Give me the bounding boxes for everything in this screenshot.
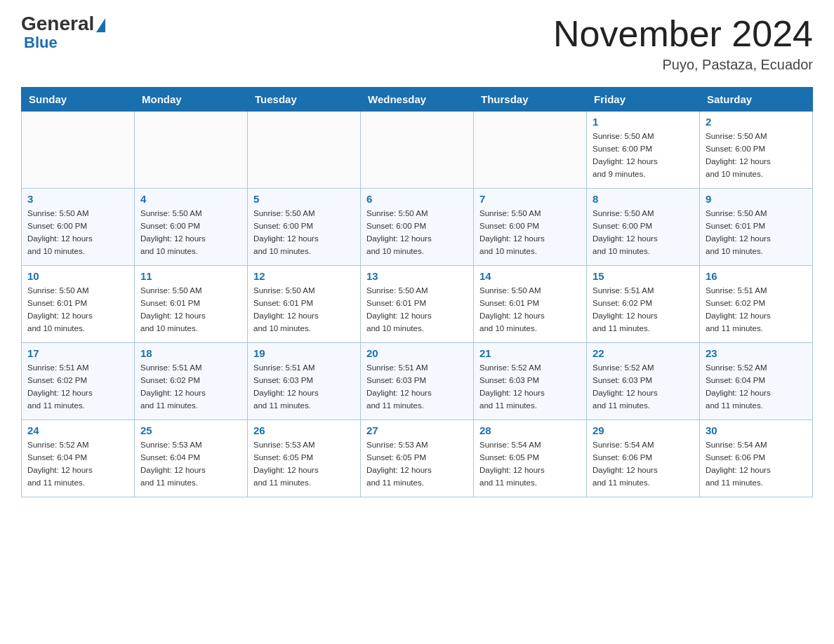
calendar-cell: 12Sunrise: 5:50 AM Sunset: 6:01 PM Dayli… xyxy=(248,266,361,343)
day-number: 6 xyxy=(366,193,468,205)
logo-general: General xyxy=(21,14,94,34)
calendar-week-row: 10Sunrise: 5:50 AM Sunset: 6:01 PM Dayli… xyxy=(22,266,813,343)
day-info: Sunrise: 5:51 AM Sunset: 6:02 PM Dayligh… xyxy=(706,285,807,335)
calendar-cell xyxy=(135,112,248,189)
calendar-cell: 8Sunrise: 5:50 AM Sunset: 6:00 PM Daylig… xyxy=(587,189,700,266)
day-info: Sunrise: 5:52 AM Sunset: 6:04 PM Dayligh… xyxy=(27,439,128,489)
month-title: November 2024 xyxy=(553,14,813,54)
col-header-sunday: Sunday xyxy=(22,88,135,112)
calendar-cell: 7Sunrise: 5:50 AM Sunset: 6:00 PM Daylig… xyxy=(474,189,587,266)
day-number: 21 xyxy=(479,347,581,359)
calendar-cell: 23Sunrise: 5:52 AM Sunset: 6:04 PM Dayli… xyxy=(700,343,813,420)
day-info: Sunrise: 5:50 AM Sunset: 6:00 PM Dayligh… xyxy=(593,130,694,180)
day-info: Sunrise: 5:52 AM Sunset: 6:03 PM Dayligh… xyxy=(479,362,581,412)
calendar-cell: 14Sunrise: 5:50 AM Sunset: 6:01 PM Dayli… xyxy=(474,266,587,343)
calendar-header-row: SundayMondayTuesdayWednesdayThursdayFrid… xyxy=(22,88,813,112)
day-info: Sunrise: 5:53 AM Sunset: 6:05 PM Dayligh… xyxy=(253,439,355,489)
day-info: Sunrise: 5:51 AM Sunset: 6:03 PM Dayligh… xyxy=(366,362,468,412)
day-number: 1 xyxy=(593,116,694,128)
day-number: 23 xyxy=(706,347,807,359)
day-info: Sunrise: 5:50 AM Sunset: 6:01 PM Dayligh… xyxy=(706,208,807,257)
calendar-cell: 10Sunrise: 5:50 AM Sunset: 6:01 PM Dayli… xyxy=(22,266,135,343)
day-info: Sunrise: 5:52 AM Sunset: 6:04 PM Dayligh… xyxy=(706,362,807,412)
logo-triangle-icon xyxy=(96,18,105,32)
calendar-week-row: 3Sunrise: 5:50 AM Sunset: 6:00 PM Daylig… xyxy=(22,189,813,266)
day-info: Sunrise: 5:50 AM Sunset: 6:01 PM Dayligh… xyxy=(366,285,468,335)
day-number: 29 xyxy=(593,424,694,436)
day-number: 15 xyxy=(593,270,694,282)
day-number: 16 xyxy=(706,270,807,282)
calendar-cell: 26Sunrise: 5:53 AM Sunset: 6:05 PM Dayli… xyxy=(248,420,361,497)
logo: General Blue xyxy=(21,14,105,52)
day-number: 4 xyxy=(140,193,241,205)
calendar-cell: 21Sunrise: 5:52 AM Sunset: 6:03 PM Dayli… xyxy=(474,343,587,420)
day-number: 9 xyxy=(706,193,807,205)
day-info: Sunrise: 5:52 AM Sunset: 6:03 PM Dayligh… xyxy=(593,362,694,412)
location: Puyo, Pastaza, Ecuador xyxy=(553,57,813,73)
day-info: Sunrise: 5:50 AM Sunset: 6:00 PM Dayligh… xyxy=(27,208,128,257)
day-info: Sunrise: 5:54 AM Sunset: 6:06 PM Dayligh… xyxy=(706,439,807,489)
calendar-cell xyxy=(248,112,361,189)
day-info: Sunrise: 5:51 AM Sunset: 6:02 PM Dayligh… xyxy=(593,285,694,335)
day-info: Sunrise: 5:54 AM Sunset: 6:05 PM Dayligh… xyxy=(479,439,581,489)
day-number: 20 xyxy=(366,347,468,359)
col-header-wednesday: Wednesday xyxy=(361,88,474,112)
day-info: Sunrise: 5:51 AM Sunset: 6:03 PM Dayligh… xyxy=(253,362,355,412)
day-info: Sunrise: 5:50 AM Sunset: 6:00 PM Dayligh… xyxy=(706,130,807,180)
col-header-monday: Monday xyxy=(135,88,248,112)
calendar-cell: 30Sunrise: 5:54 AM Sunset: 6:06 PM Dayli… xyxy=(700,420,813,497)
calendar-cell: 22Sunrise: 5:52 AM Sunset: 6:03 PM Dayli… xyxy=(587,343,700,420)
day-info: Sunrise: 5:50 AM Sunset: 6:01 PM Dayligh… xyxy=(140,285,241,335)
day-number: 25 xyxy=(140,424,241,436)
calendar-cell: 4Sunrise: 5:50 AM Sunset: 6:00 PM Daylig… xyxy=(135,189,248,266)
calendar-week-row: 17Sunrise: 5:51 AM Sunset: 6:02 PM Dayli… xyxy=(22,343,813,420)
day-number: 18 xyxy=(140,347,241,359)
day-info: Sunrise: 5:50 AM Sunset: 6:01 PM Dayligh… xyxy=(253,285,355,335)
calendar-cell xyxy=(22,112,135,189)
day-number: 30 xyxy=(706,424,807,436)
day-number: 10 xyxy=(27,270,128,282)
calendar-week-row: 24Sunrise: 5:52 AM Sunset: 6:04 PM Dayli… xyxy=(22,420,813,497)
day-number: 12 xyxy=(253,270,355,282)
day-info: Sunrise: 5:50 AM Sunset: 6:01 PM Dayligh… xyxy=(479,285,581,335)
day-info: Sunrise: 5:54 AM Sunset: 6:06 PM Dayligh… xyxy=(593,439,694,489)
calendar-cell: 11Sunrise: 5:50 AM Sunset: 6:01 PM Dayli… xyxy=(135,266,248,343)
calendar-cell: 15Sunrise: 5:51 AM Sunset: 6:02 PM Dayli… xyxy=(587,266,700,343)
calendar-cell: 20Sunrise: 5:51 AM Sunset: 6:03 PM Dayli… xyxy=(361,343,474,420)
day-info: Sunrise: 5:51 AM Sunset: 6:02 PM Dayligh… xyxy=(140,362,241,412)
calendar-cell: 16Sunrise: 5:51 AM Sunset: 6:02 PM Dayli… xyxy=(700,266,813,343)
day-number: 27 xyxy=(366,424,468,436)
day-number: 8 xyxy=(593,193,694,205)
calendar-cell: 18Sunrise: 5:51 AM Sunset: 6:02 PM Dayli… xyxy=(135,343,248,420)
title-area: November 2024 Puyo, Pastaza, Ecuador xyxy=(553,14,813,73)
calendar-cell: 27Sunrise: 5:53 AM Sunset: 6:05 PM Dayli… xyxy=(361,420,474,497)
calendar-cell: 2Sunrise: 5:50 AM Sunset: 6:00 PM Daylig… xyxy=(700,112,813,189)
calendar-cell xyxy=(474,112,587,189)
col-header-thursday: Thursday xyxy=(474,88,587,112)
col-header-tuesday: Tuesday xyxy=(248,88,361,112)
calendar-week-row: 1Sunrise: 5:50 AM Sunset: 6:00 PM Daylig… xyxy=(22,112,813,189)
calendar-cell: 25Sunrise: 5:53 AM Sunset: 6:04 PM Dayli… xyxy=(135,420,248,497)
calendar-cell: 19Sunrise: 5:51 AM Sunset: 6:03 PM Dayli… xyxy=(248,343,361,420)
calendar-cell xyxy=(361,112,474,189)
day-number: 26 xyxy=(253,424,355,436)
day-number: 22 xyxy=(593,347,694,359)
day-info: Sunrise: 5:50 AM Sunset: 6:00 PM Dayligh… xyxy=(479,208,581,257)
day-info: Sunrise: 5:51 AM Sunset: 6:02 PM Dayligh… xyxy=(27,362,128,412)
calendar-cell: 9Sunrise: 5:50 AM Sunset: 6:01 PM Daylig… xyxy=(700,189,813,266)
day-number: 13 xyxy=(366,270,468,282)
logo-blue: Blue xyxy=(21,34,58,51)
day-number: 28 xyxy=(479,424,581,436)
calendar-cell: 6Sunrise: 5:50 AM Sunset: 6:00 PM Daylig… xyxy=(361,189,474,266)
calendar-cell: 29Sunrise: 5:54 AM Sunset: 6:06 PM Dayli… xyxy=(587,420,700,497)
day-info: Sunrise: 5:53 AM Sunset: 6:04 PM Dayligh… xyxy=(140,439,241,489)
day-info: Sunrise: 5:50 AM Sunset: 6:00 PM Dayligh… xyxy=(253,208,355,257)
day-number: 14 xyxy=(479,270,581,282)
day-info: Sunrise: 5:50 AM Sunset: 6:00 PM Dayligh… xyxy=(366,208,468,257)
page-header: General Blue November 2024 Puyo, Pastaza… xyxy=(21,14,813,73)
calendar-cell: 1Sunrise: 5:50 AM Sunset: 6:00 PM Daylig… xyxy=(587,112,700,189)
day-number: 24 xyxy=(27,424,128,436)
calendar-cell: 24Sunrise: 5:52 AM Sunset: 6:04 PM Dayli… xyxy=(22,420,135,497)
calendar-cell: 5Sunrise: 5:50 AM Sunset: 6:00 PM Daylig… xyxy=(248,189,361,266)
col-header-friday: Friday xyxy=(587,88,700,112)
